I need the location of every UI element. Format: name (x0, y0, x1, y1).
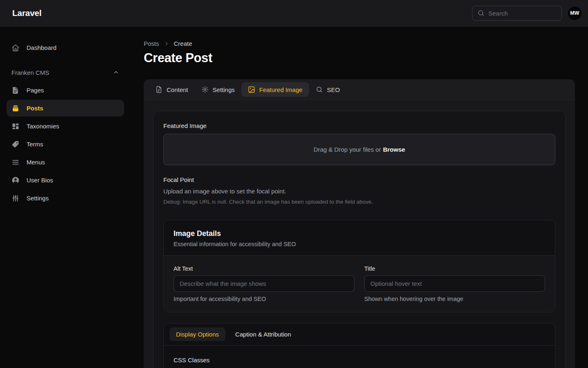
image-details-header: Image Details Essential information for … (164, 220, 555, 255)
tab-label: Caption & Attribution (235, 331, 291, 338)
breadcrumb: Posts Create (144, 40, 575, 47)
display-options-body: CSS Classes (164, 346, 555, 368)
tab-label: Settings (213, 86, 235, 93)
page-icon (11, 86, 20, 94)
sidebar-item-posts[interactable]: Posts (7, 100, 124, 117)
title-help: Shown when hovering over the image (364, 296, 545, 302)
title-label: Title (364, 265, 545, 272)
brand-logo[interactable]: Laravel (12, 8, 41, 18)
focal-point-block: Focal Point Upload an image above to set… (163, 176, 555, 205)
search-icon (477, 9, 485, 17)
tab-display-options[interactable]: Display Options (169, 328, 225, 341)
sidebar-section-label: Franken CMS (11, 69, 49, 76)
sidebar-item-label: User Bios (27, 177, 53, 184)
tab-label: Featured Image (259, 86, 303, 93)
sidebar-item-label: Terms (27, 141, 43, 148)
tag-icon (11, 140, 20, 148)
tab-caption-attribution[interactable]: Caption & Attribution (229, 328, 298, 341)
tab-settings[interactable]: Settings (195, 82, 241, 97)
display-options-tabbar: Display Options Caption & Attribution (164, 323, 555, 346)
title-field-group: Title Shown when hovering over the image (364, 265, 545, 302)
sidebar-item-label: Settings (27, 195, 49, 202)
focal-point-debug: Debug: Image URL is null. Check that an … (163, 199, 555, 205)
alt-text-field-group: Alt Text Important for accessibility and… (174, 265, 354, 302)
title-input[interactable] (364, 275, 545, 292)
chevron-right-icon (163, 40, 170, 47)
sidebar-item-label: Menus (27, 159, 45, 166)
main-content: Posts Create Create Post Content (131, 27, 588, 368)
sidebar-item-dashboard[interactable]: Dashboard (7, 39, 124, 56)
alt-text-help: Important for accessibility and SEO (174, 296, 354, 302)
avatar[interactable]: MW (568, 7, 581, 20)
sidebar-item-pages[interactable]: Pages (7, 82, 124, 99)
tab-featured-image[interactable]: Featured Image (241, 82, 309, 97)
featured-image-label: Featured Image (163, 122, 555, 129)
focal-point-label: Focal Point (163, 176, 555, 183)
editor-panel: Content Settings Featured Image (144, 79, 575, 368)
browse-link[interactable]: Browse (383, 146, 405, 153)
featured-image-section: Featured Image Drag & Drop your files or… (153, 111, 566, 368)
alt-text-input[interactable] (174, 275, 354, 292)
sidebar-item-settings[interactable]: Settings (7, 190, 124, 206)
sidebar-item-menus[interactable]: Menus (7, 154, 124, 171)
sidebar-item-terms[interactable]: Terms (7, 136, 124, 153)
image-details-card: Image Details Essential information for … (163, 220, 555, 312)
file-dropzone[interactable]: Drag & Drop your files or Browse (163, 134, 555, 165)
alt-text-label: Alt Text (174, 265, 354, 272)
menu-icon (11, 158, 20, 166)
sidebar-item-label: Taxonomies (27, 123, 59, 130)
tab-content[interactable]: Content (149, 82, 195, 97)
dropzone-text: Drag & Drop your files or (314, 146, 381, 153)
image-details-title: Image Details (174, 229, 545, 238)
sliders-icon (11, 194, 20, 202)
sidebar-item-user-bios[interactable]: User Bios (7, 172, 124, 188)
tab-label: Content (167, 86, 188, 93)
sidebar-item-label: Pages (27, 87, 44, 94)
page-title: Create Post (144, 51, 575, 65)
sidebar-section-header[interactable]: Franken CMS (7, 68, 124, 76)
sidebar: Dashboard Franken CMS Pages Posts Taxono (0, 27, 131, 368)
image-icon (248, 86, 255, 93)
focal-point-help: Upload an image above to set the focal p… (163, 188, 555, 195)
sidebar-item-label: Dashboard (27, 44, 56, 51)
display-options-card: Display Options Caption & Attribution CS… (163, 323, 555, 368)
inbox-stack-icon (11, 104, 20, 112)
sidebar-item-label: Posts (27, 105, 43, 112)
editor-tabbar: Content Settings Featured Image (144, 79, 575, 100)
css-classes-label: CSS Classes (174, 357, 545, 364)
tab-seo[interactable]: SEO (309, 82, 347, 97)
sidebar-item-taxonomies[interactable]: Taxonomies (7, 118, 124, 135)
search-icon (316, 86, 323, 93)
global-search[interactable] (472, 6, 562, 21)
tab-label: Display Options (176, 331, 219, 338)
breadcrumb-posts[interactable]: Posts (144, 40, 159, 47)
chevron-up-icon (113, 69, 119, 76)
tab-label: SEO (327, 86, 340, 93)
gear-icon (201, 86, 209, 93)
topbar: Laravel MW (0, 0, 588, 27)
home-icon (11, 44, 20, 52)
file-text-icon (155, 86, 163, 93)
search-input[interactable] (488, 10, 557, 17)
user-circle-icon (11, 176, 20, 184)
image-details-subtitle: Essential information for accessibility … (174, 241, 545, 247)
image-details-body: Alt Text Important for accessibility and… (164, 255, 555, 312)
breadcrumb-create: Create (174, 40, 192, 47)
layout-grid-icon (11, 122, 20, 130)
